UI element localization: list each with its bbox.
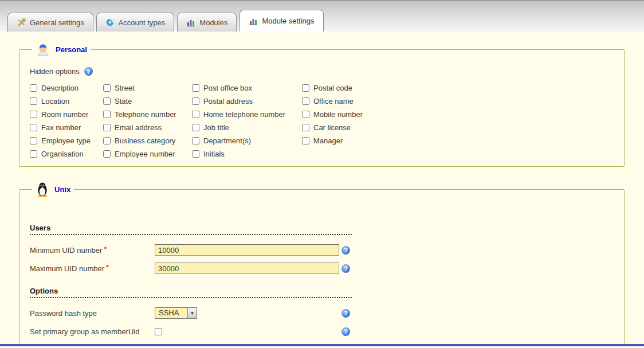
checkbox[interactable] <box>30 111 37 118</box>
help-icon[interactable] <box>341 327 350 336</box>
bar-chart-icon <box>249 17 258 26</box>
hidden-option[interactable]: Employee type <box>30 135 103 146</box>
settings-tab-bar: General settings Account types <box>0 0 644 32</box>
hidden-option[interactable]: Street <box>103 83 192 93</box>
hidden-option[interactable]: State <box>103 96 192 107</box>
tab-label: Account types <box>119 18 166 27</box>
checkbox-label: Job title <box>203 123 229 132</box>
hidden-options-row: Hidden options <box>30 67 615 76</box>
hidden-option[interactable]: Job title <box>192 122 302 133</box>
checkbox-label: Description <box>41 84 78 92</box>
hidden-option[interactable]: Postal code <box>302 83 405 93</box>
lam-configuration-page: General settings Account types <box>0 0 644 348</box>
hidden-option[interactable]: Email address <box>103 122 192 133</box>
required-asterisk <box>106 263 109 272</box>
hidden-option[interactable]: Business category <box>103 135 192 146</box>
person-icon <box>36 42 50 57</box>
checkbox-label: Email address <box>115 123 162 132</box>
checkbox[interactable] <box>103 150 111 158</box>
checkbox[interactable] <box>302 137 309 144</box>
hidden-option[interactable]: Department(s) <box>192 135 302 146</box>
selected-option: SSHA <box>155 308 187 318</box>
hidden-option[interactable]: Mobile number <box>302 109 405 120</box>
options-section-header: Options <box>30 287 352 298</box>
tab-label: Module settings <box>262 17 314 25</box>
checkbox[interactable] <box>30 84 37 92</box>
checkbox-label: Street <box>115 84 135 92</box>
help-icon[interactable] <box>84 67 93 76</box>
checkbox-label: Fax number <box>41 123 81 132</box>
checkbox-label: Home telephone number <box>203 110 285 119</box>
checkbox[interactable] <box>103 97 111 105</box>
checkbox[interactable] <box>30 150 37 158</box>
maximum-uid-label: Maximum UID number <box>30 261 155 275</box>
hidden-option[interactable]: Fax number <box>30 122 103 133</box>
hidden-option[interactable]: Office name <box>302 96 405 107</box>
checkbox[interactable] <box>103 84 111 92</box>
hidden-option[interactable]: Home telephone number <box>192 109 302 120</box>
checkbox[interactable] <box>192 111 199 118</box>
checkbox[interactable] <box>302 84 309 92</box>
member-uid-label: Set primary group as memberUid <box>30 324 155 338</box>
checkbox[interactable] <box>103 124 111 131</box>
bar-chart-icon <box>186 18 195 27</box>
checkbox[interactable] <box>192 84 199 92</box>
tab-modules[interactable]: Modules <box>177 13 237 32</box>
uid-form: Minimum UID number Maximum UID number <box>30 243 615 275</box>
tab-module-settings[interactable]: Module settings <box>239 10 323 32</box>
checkbox[interactable] <box>103 137 111 144</box>
required-asterisk <box>104 245 107 253</box>
hidden-option[interactable]: Description <box>30 83 103 93</box>
checkbox-label: Office name <box>313 97 354 105</box>
checkbox[interactable] <box>192 137 199 144</box>
checkbox[interactable] <box>30 124 37 131</box>
checkbox-label: Postal code <box>313 84 352 92</box>
options-form: Password hash type SSHA Set primary grou… <box>30 306 615 338</box>
checkbox[interactable] <box>192 97 199 105</box>
hidden-option[interactable]: Room number <box>30 109 103 120</box>
hidden-option[interactable]: Car license <box>302 122 405 133</box>
account-types-icon <box>105 18 115 27</box>
checkbox[interactable] <box>30 97 37 105</box>
tab-general-settings[interactable]: General settings <box>7 13 93 32</box>
checkbox-label: Employee type <box>41 136 91 145</box>
help-icon[interactable] <box>341 309 350 318</box>
minimum-uid-input[interactable] <box>155 244 339 256</box>
hidden-option[interactable]: Organisation <box>30 148 103 159</box>
password-hash-select[interactable]: SSHA <box>155 307 197 319</box>
checkbox[interactable] <box>30 137 37 144</box>
member-uid-checkbox[interactable] <box>155 328 162 335</box>
checkbox-label: Location <box>41 97 69 105</box>
unix-legend-label: Unix <box>54 185 70 194</box>
checkbox[interactable] <box>192 150 199 158</box>
checkbox-label: Initials <box>203 150 225 158</box>
hidden-option[interactable]: Employee number <box>103 148 192 159</box>
checkbox[interactable] <box>103 111 111 118</box>
hidden-option[interactable]: Location <box>30 96 103 107</box>
hidden-option[interactable]: Post office box <box>192 83 302 93</box>
personal-legend: Personal <box>32 42 91 57</box>
tab-label: General settings <box>30 18 84 27</box>
checkbox[interactable] <box>302 111 309 118</box>
checkbox[interactable] <box>192 124 199 131</box>
hidden-option[interactable]: Telephone number <box>103 109 192 120</box>
hidden-option[interactable]: Manager <box>302 135 405 146</box>
checkbox-label: Telephone number <box>115 110 176 119</box>
minimum-uid-label: Minimum UID number <box>30 243 155 257</box>
help-icon[interactable] <box>341 246 350 255</box>
tux-icon <box>36 182 49 197</box>
checkbox-label: Post office box <box>203 84 252 92</box>
hidden-options-grid: Description Street Post office box Posta… <box>30 83 615 159</box>
checkbox-label: Car license <box>313 123 351 132</box>
hidden-option[interactable]: Initials <box>192 148 302 159</box>
help-icon[interactable] <box>341 264 350 273</box>
personal-legend-label: Personal <box>56 45 87 54</box>
personal-section: Personal Hidden options Description Stre… <box>19 42 625 167</box>
checkbox[interactable] <box>302 97 309 105</box>
checkbox[interactable] <box>302 124 309 131</box>
tab-account-types[interactable]: Account types <box>96 13 175 32</box>
checkbox-label: Department(s) <box>203 136 251 145</box>
hidden-option[interactable]: Postal address <box>192 96 302 107</box>
maximum-uid-input[interactable] <box>155 263 339 274</box>
unix-section: Unix Users Minimum UID number Maximum UI… <box>19 182 625 344</box>
